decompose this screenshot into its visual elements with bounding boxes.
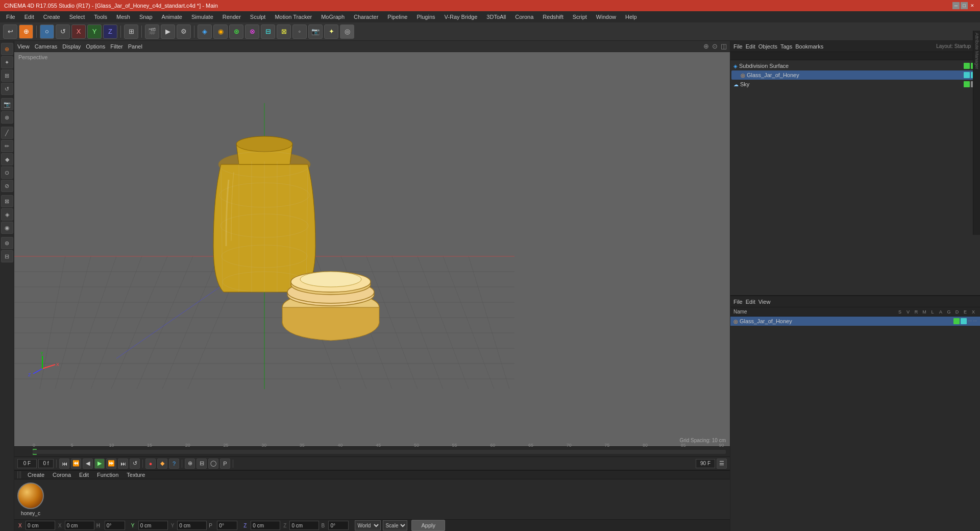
vp-header-filter[interactable]: Filter [110,43,122,50]
menu-character[interactable]: Character [350,13,382,21]
render-button[interactable]: ▶ [161,25,175,39]
add-button[interactable]: ⊕ [19,25,33,39]
menu-edit[interactable]: Edit [20,13,38,21]
vp-header-cameras[interactable]: Cameras [35,43,58,50]
step-forward-button[interactable]: ⏩ [106,458,116,469]
left-tool-rotate[interactable]: ↺ [1,83,13,95]
left-tool-snap[interactable]: ⊗ [1,111,13,124]
left-tool-scale[interactable]: ⊞ [1,69,13,82]
scene-button[interactable]: ◦ [292,25,307,39]
om-tags[interactable]: Tags [780,43,792,50]
key-remove-button[interactable]: ⊟ [197,458,207,469]
left-tool-select[interactable]: ⊕ [1,43,13,55]
mat-menu-texture[interactable]: Texture [125,471,147,479]
vp-icon-resize[interactable]: ⊕ [703,42,709,50]
menu-help[interactable]: Help [621,13,641,21]
obj-vis1[interactable] [964,72,970,78]
material-thumbnail[interactable] [17,482,44,509]
menu-mograph[interactable]: MoGraph [317,13,349,21]
menu-sculpt[interactable]: Sculpt [246,13,270,21]
p-input[interactable] [217,521,237,530]
x-rot-input[interactable] [65,521,94,530]
min-frame-input[interactable] [38,459,54,468]
attr-flag-green[interactable] [953,318,960,324]
motion-button[interactable]: ? [169,458,179,469]
menu-script[interactable]: Script [569,13,591,21]
y-axis-button[interactable]: Y [87,25,102,39]
end-frame-input[interactable] [696,459,715,468]
x-pos-input[interactable] [26,521,55,530]
left-tool-knife[interactable]: ◆ [1,153,13,165]
render-settings-button[interactable]: ⚙ [177,25,191,39]
menu-pipeline[interactable]: Pipeline [383,13,411,21]
record-button[interactable]: ● [145,458,156,469]
menu-render[interactable]: Render [218,13,245,21]
menu-simulate[interactable]: Simulate [187,13,217,21]
vp-header-panel[interactable]: Panel [128,43,142,50]
menu-create[interactable]: Create [39,13,64,21]
menu-window[interactable]: Window [592,13,620,21]
menu-plugins[interactable]: Plugins [412,13,439,21]
undo-button[interactable]: ↩ [3,25,17,39]
left-tool-sculpt2[interactable]: ◉ [1,222,13,234]
z-axis-button[interactable]: Z [103,25,117,39]
left-tool-move[interactable]: ✦ [1,56,13,68]
z-pos-input[interactable] [251,521,280,530]
menu-mesh[interactable]: Mesh [112,13,134,21]
menu-corona[interactable]: Corona [511,13,537,21]
menu-tools[interactable]: Tools [90,13,111,21]
mat-menu-edit[interactable]: Edit [77,471,91,479]
loop-button[interactable]: ↺ [130,458,140,469]
x-axis-button[interactable]: X [71,25,86,39]
key-add-button[interactable]: ⊕ [185,458,195,469]
material-item[interactable]: honey_c [17,482,44,516]
obj-row-sky[interactable]: ☁ Sky [731,80,979,89]
light-button[interactable]: ✦ [324,25,338,39]
step-back-button[interactable]: ⏪ [71,458,81,469]
left-tool-mirror[interactable]: ⊠ [1,195,13,207]
key-button[interactable]: ◆ [157,458,167,469]
left-tool-measure[interactable]: ╱ [1,127,13,139]
h-input[interactable] [105,521,125,530]
attr-selected-row[interactable]: ◎ Glass_Jar_of_Honey ··· ··· [730,317,980,326]
attr-flag-teal[interactable] [961,318,967,324]
grid-button[interactable]: ⊞ [124,25,138,39]
mat-menu-function[interactable]: Function [95,471,120,479]
left-tool-bridge[interactable]: ⊘ [1,180,13,192]
deformer-button[interactable]: ⊗ [245,25,259,39]
left-tool-camera[interactable]: 📷 [1,98,13,110]
z-rot-input[interactable] [289,521,319,530]
vp-icon-maximize[interactable]: ◫ [721,42,727,50]
generator-button[interactable]: ⊛ [229,25,243,39]
close-button[interactable]: ✕ [969,2,976,9]
menu-redshift[interactable]: Redshift [538,13,567,21]
menu-animate[interactable]: Animate [158,13,186,21]
goto-start-button[interactable]: ⏮ [59,458,69,469]
maximize-button[interactable]: □ [961,2,968,9]
left-tool-sculpt4[interactable]: ⊟ [1,250,13,262]
menu-vray[interactable]: V-Ray Bridge [440,13,482,21]
menu-3dtoall[interactable]: 3DToAll [482,13,510,21]
attr-view[interactable]: View [758,299,771,305]
obj-sky-check1[interactable] [964,81,970,87]
nurbs-button[interactable]: ⊟ [261,25,275,39]
camera-button[interactable]: 📷 [308,25,323,39]
material-button[interactable]: ◎ [340,25,354,39]
om-bookmarks[interactable]: Bookmarks [795,43,823,50]
left-tool-sculpt3[interactable]: ⊛ [1,237,13,249]
timeline-settings-button[interactable]: ☰ [717,458,727,469]
om-view[interactable]: Objects [758,43,777,50]
vp-header-view[interactable]: View [17,43,30,50]
coord-system-select[interactable]: World Object Global [355,520,381,530]
goto-end-button[interactable]: ⏭ [118,458,128,469]
scale-mode-select[interactable]: Scale Size [383,520,407,530]
left-tool-sculpt1[interactable]: ◈ [1,208,13,221]
apply-button[interactable]: Apply [411,520,445,531]
om-file[interactable]: File [733,43,743,50]
spline-button[interactable]: ◉ [213,25,228,39]
obj-check1[interactable] [964,63,970,69]
om-edit[interactable]: Edit [746,43,755,50]
menu-file[interactable]: File [2,13,19,21]
key-snap-button[interactable]: P [220,458,230,469]
left-tool-extrude[interactable]: ⊙ [1,166,13,179]
